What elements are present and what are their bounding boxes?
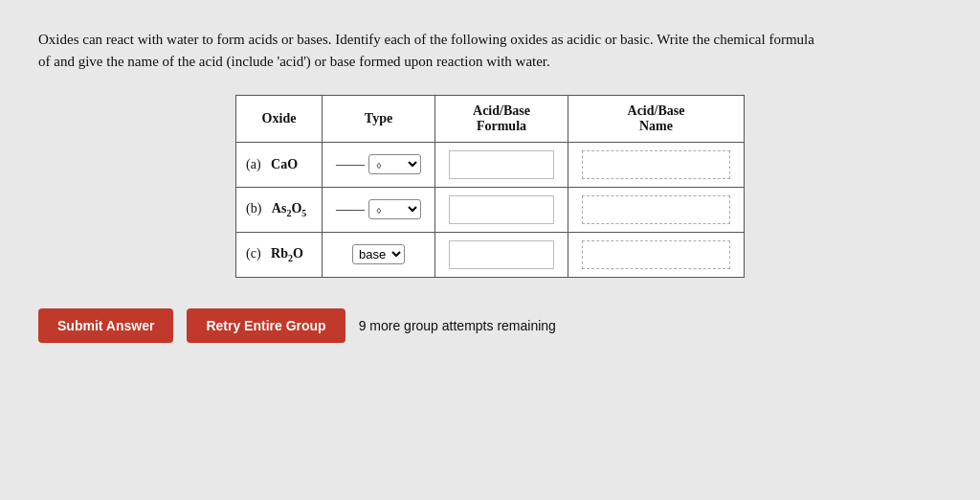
submit-button[interactable]: Submit Answer	[38, 308, 173, 343]
row-a-formula-cell	[435, 142, 568, 187]
row-b-type-cell: —— ⬨ acid base	[323, 187, 435, 232]
header-formula: Acid/BaseFormula	[435, 95, 568, 142]
instructions-text: Oxides can react with water to form acid…	[38, 29, 823, 74]
oxides-table: Oxide Type Acid/BaseFormula Acid/BaseNam…	[235, 95, 745, 278]
row-b-formula-cell	[435, 187, 568, 232]
row-a-dash: ——	[336, 156, 365, 172]
row-b-name-input[interactable]	[582, 195, 730, 224]
row-c-formula-input[interactable]	[449, 240, 554, 269]
row-a-type-select[interactable]: ⬨ acid base	[368, 154, 421, 174]
row-b-name-cell	[568, 187, 745, 232]
row-a-name-cell	[568, 142, 745, 187]
row-a-name-input[interactable]	[582, 150, 730, 179]
row-c-label: (c) Rb2O	[236, 232, 323, 277]
table-row: (c) Rb2O ⬨ acid base	[236, 232, 745, 277]
header-name: Acid/BaseName	[568, 95, 745, 142]
row-a-label: (a) CaO	[236, 142, 323, 187]
header-type: Type	[323, 95, 435, 142]
row-c-name-cell	[568, 232, 745, 277]
row-a-oxide: CaO	[271, 157, 298, 171]
header-oxide: Oxide	[236, 95, 323, 142]
row-c-type-select[interactable]: ⬨ acid base	[352, 244, 405, 264]
table-row: (b) As2O5 —— ⬨ acid base	[236, 187, 745, 232]
attempts-text: 9 more group attempts remaining	[359, 318, 556, 333]
row-c-type-cell: ⬨ acid base	[323, 232, 435, 277]
table-row: (a) CaO —— ⬨ acid base	[236, 142, 745, 187]
row-a-type-cell: —— ⬨ acid base	[323, 142, 435, 187]
footer: Submit Answer Retry Entire Group 9 more …	[38, 308, 942, 343]
row-c-oxide: Rb2O	[271, 246, 303, 261]
row-b-oxide: As2O5	[272, 201, 306, 216]
row-b-type-select[interactable]: ⬨ acid base	[368, 199, 421, 219]
table-wrapper: Oxide Type Acid/BaseFormula Acid/BaseNam…	[38, 95, 942, 278]
row-b-dash: ——	[336, 201, 365, 217]
row-b-label: (b) As2O5	[236, 187, 323, 232]
row-c-name-input[interactable]	[582, 240, 730, 269]
row-b-formula-input[interactable]	[449, 195, 554, 224]
row-c-formula-cell	[435, 232, 568, 277]
row-a-formula-input[interactable]	[449, 150, 554, 179]
retry-button[interactable]: Retry Entire Group	[187, 308, 345, 343]
